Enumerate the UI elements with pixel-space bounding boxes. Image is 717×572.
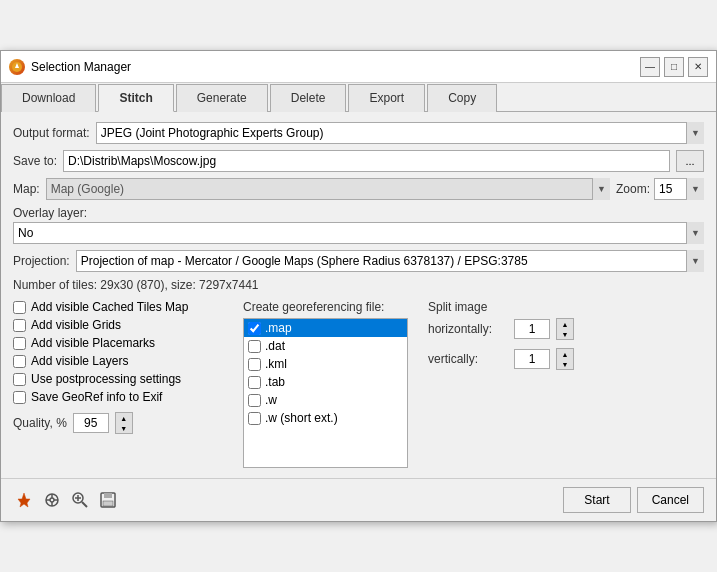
georef-item-w-short[interactable]: .w (short ext.) bbox=[244, 409, 407, 427]
map-zoom-row: Map: Map (Google) ▼ Zoom: 15 ▼ bbox=[13, 178, 704, 200]
check-row-3: Add visible Layers bbox=[13, 354, 233, 368]
tab-stitch[interactable]: Stitch bbox=[98, 84, 173, 112]
split-horiz-spinner: ▲ ▼ bbox=[556, 318, 574, 340]
tab-generate[interactable]: Generate bbox=[176, 84, 268, 112]
zoom-select[interactable]: 15 bbox=[654, 178, 704, 200]
georef-item-tab[interactable]: .tab bbox=[244, 373, 407, 391]
split-horiz-down[interactable]: ▼ bbox=[557, 329, 573, 339]
minimize-button[interactable]: — bbox=[640, 57, 660, 77]
bottom-area: Add visible Cached Tiles Map Add visible… bbox=[13, 300, 704, 468]
projection-wrapper: Projection of map - Mercator / Google Ma… bbox=[76, 250, 704, 272]
split-horiz-label: horizontally: bbox=[428, 322, 508, 336]
split-vert-down[interactable]: ▼ bbox=[557, 359, 573, 369]
tab-delete[interactable]: Delete bbox=[270, 84, 347, 112]
browse-button[interactable]: ... bbox=[676, 150, 704, 172]
split-section: Split image horizontally: ▲ ▼ vertically… bbox=[428, 300, 574, 376]
quality-row: Quality, % ▲ ▼ bbox=[13, 412, 233, 434]
check-row-5: Save GeoRef info to Exif bbox=[13, 390, 233, 404]
checkbox-layers[interactable] bbox=[13, 355, 26, 368]
georef-title: Create georeferencing file: bbox=[243, 300, 408, 314]
check-row-1: Add visible Grids bbox=[13, 318, 233, 332]
save-icon[interactable] bbox=[97, 489, 119, 511]
tab-bar: Download Stitch Generate Delete Export C… bbox=[1, 83, 716, 112]
overlay-select[interactable]: No bbox=[13, 222, 704, 244]
georef-checkbox-w-short[interactable] bbox=[248, 412, 261, 425]
georef-checkbox-map[interactable] bbox=[248, 322, 261, 335]
main-window: Selection Manager — □ ✕ Download Stitch … bbox=[0, 50, 717, 522]
checkbox-placemarks[interactable] bbox=[13, 337, 26, 350]
content-area: Output format: JPEG (Joint Photographic … bbox=[1, 112, 716, 478]
checkbox-layers-label: Add visible Layers bbox=[31, 354, 128, 368]
georef-list: .map .dat .kml .tab bbox=[244, 319, 407, 427]
output-format-row: Output format: JPEG (Joint Photographic … bbox=[13, 122, 704, 144]
save-to-input[interactable] bbox=[63, 150, 670, 172]
save-to-label: Save to: bbox=[13, 154, 57, 168]
close-button[interactable]: ✕ bbox=[688, 57, 708, 77]
checkbox-placemarks-label: Add visible Placemarks bbox=[31, 336, 155, 350]
cancel-button[interactable]: Cancel bbox=[637, 487, 704, 513]
georef-label-map: .map bbox=[265, 321, 292, 335]
footer-left bbox=[13, 489, 119, 511]
title-bar: Selection Manager — □ ✕ bbox=[1, 51, 716, 83]
quality-input[interactable] bbox=[73, 413, 109, 433]
tab-export[interactable]: Export bbox=[348, 84, 425, 112]
wrench-icon[interactable] bbox=[41, 489, 63, 511]
split-vert-up[interactable]: ▲ bbox=[557, 349, 573, 359]
georef-item-dat[interactable]: .dat bbox=[244, 337, 407, 355]
georef-checkbox-w[interactable] bbox=[248, 394, 261, 407]
svg-rect-14 bbox=[103, 501, 113, 506]
split-horiz-input[interactable] bbox=[514, 319, 550, 339]
start-button[interactable]: Start bbox=[563, 487, 630, 513]
zoom-wrap: Zoom: 15 ▼ bbox=[616, 178, 704, 200]
check-row-0: Add visible Cached Tiles Map bbox=[13, 300, 233, 314]
split-vert-input[interactable] bbox=[514, 349, 550, 369]
georef-item-kml[interactable]: .kml bbox=[244, 355, 407, 373]
checkbox-cached-tiles[interactable] bbox=[13, 301, 26, 314]
footer-right: Start Cancel bbox=[563, 487, 704, 513]
georef-checkbox-dat[interactable] bbox=[248, 340, 261, 353]
checkbox-postprocessing[interactable] bbox=[13, 373, 26, 386]
quality-up-button[interactable]: ▲ bbox=[116, 413, 132, 423]
zoom-icon[interactable] bbox=[69, 489, 91, 511]
georef-checkbox-tab[interactable] bbox=[248, 376, 261, 389]
output-format-select[interactable]: JPEG (Joint Photographic Experts Group) bbox=[96, 122, 704, 144]
split-vert-spinner: ▲ ▼ bbox=[556, 348, 574, 370]
check-row-4: Use postprocessing settings bbox=[13, 372, 233, 386]
split-horiz-up[interactable]: ▲ bbox=[557, 319, 573, 329]
split-title: Split image bbox=[428, 300, 574, 314]
output-format-wrapper: JPEG (Joint Photographic Experts Group) … bbox=[96, 122, 704, 144]
split-horiz-row: horizontally: ▲ ▼ bbox=[428, 318, 574, 340]
checkbox-grids[interactable] bbox=[13, 319, 26, 332]
checkbox-grids-label: Add visible Grids bbox=[31, 318, 121, 332]
georef-label-dat: .dat bbox=[265, 339, 285, 353]
map-select[interactable]: Map (Google) bbox=[46, 178, 610, 200]
georef-item-w[interactable]: .w bbox=[244, 391, 407, 409]
georef-checkbox-kml[interactable] bbox=[248, 358, 261, 371]
tab-download[interactable]: Download bbox=[1, 84, 96, 112]
window-title: Selection Manager bbox=[31, 60, 131, 74]
overlay-wrapper: No ▼ bbox=[13, 222, 704, 244]
georef-label-w: .w bbox=[265, 393, 277, 407]
quality-down-button[interactable]: ▼ bbox=[116, 423, 132, 433]
quality-spinner: ▲ ▼ bbox=[115, 412, 133, 434]
pin-icon[interactable] bbox=[13, 489, 35, 511]
georef-label-kml: .kml bbox=[265, 357, 287, 371]
tab-copy[interactable]: Copy bbox=[427, 84, 497, 112]
app-icon bbox=[9, 59, 25, 75]
checkbox-georef-exif[interactable] bbox=[13, 391, 26, 404]
maximize-button[interactable]: □ bbox=[664, 57, 684, 77]
georef-item-map[interactable]: .map bbox=[244, 319, 407, 337]
georef-listbox[interactable]: .map .dat .kml .tab bbox=[243, 318, 408, 468]
check-row-2: Add visible Placemarks bbox=[13, 336, 233, 350]
title-controls: — □ ✕ bbox=[640, 57, 708, 77]
svg-line-9 bbox=[82, 502, 87, 507]
projection-select[interactable]: Projection of map - Mercator / Google Ma… bbox=[76, 250, 704, 272]
checkboxes-area: Add visible Cached Tiles Map Add visible… bbox=[13, 300, 233, 434]
tiles-info: Number of tiles: 29x30 (870), size: 7297… bbox=[13, 278, 704, 292]
overlay-select-row: No ▼ bbox=[13, 222, 704, 244]
svg-point-3 bbox=[50, 498, 54, 502]
svg-rect-13 bbox=[104, 493, 112, 498]
checkbox-cached-tiles-label: Add visible Cached Tiles Map bbox=[31, 300, 188, 314]
map-label: Map: bbox=[13, 182, 40, 196]
save-to-row: Save to: ... bbox=[13, 150, 704, 172]
